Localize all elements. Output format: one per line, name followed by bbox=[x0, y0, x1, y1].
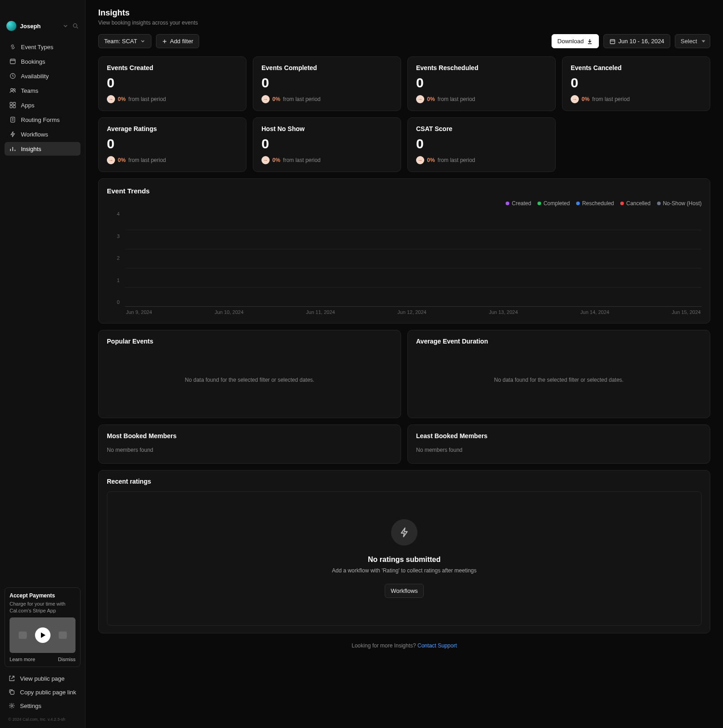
svg-point-0 bbox=[73, 24, 77, 27]
kpi-period: from last period bbox=[283, 157, 321, 163]
svg-rect-12 bbox=[610, 40, 615, 44]
kpi-average-ratings: Average Ratings 0 →0%from last period bbox=[98, 117, 246, 172]
kpi-label: Events Rescheduled bbox=[416, 64, 547, 71]
empty-subtitle: Add a workflow with 'Rating' to collect … bbox=[116, 567, 692, 574]
empty-message: No data found for the selected filter or… bbox=[107, 349, 392, 410]
nav-label: Event Types bbox=[21, 44, 53, 51]
legend-item: Completed bbox=[537, 200, 570, 207]
add-filter-button[interactable]: Add filter bbox=[156, 34, 199, 48]
clock-icon bbox=[9, 72, 16, 80]
user-name: Joseph bbox=[20, 23, 59, 30]
nav-routing-forms[interactable]: Routing Forms bbox=[5, 113, 80, 126]
kpi-row-2: Average Ratings 0 →0%from last period Ho… bbox=[98, 117, 710, 172]
promo-card: Accept Payments Charge for your time wit… bbox=[5, 587, 80, 667]
copyright: © 2024 Cal.com, Inc. v.4.2.3-sh bbox=[5, 715, 80, 723]
nav-apps[interactable]: Apps bbox=[5, 98, 80, 112]
zap-icon bbox=[9, 131, 16, 138]
nav-bookings[interactable]: Bookings bbox=[5, 55, 80, 68]
toolbar: Team: SCAT Add filter Download Jun 10 - … bbox=[98, 34, 710, 48]
user-switcher[interactable]: Joseph bbox=[5, 18, 80, 34]
arrow-right-icon: → bbox=[107, 95, 115, 103]
chevron-down-icon bbox=[140, 39, 146, 44]
calendar-icon bbox=[609, 38, 616, 45]
promo-text: Charge for your time with Cal.com's Stri… bbox=[10, 601, 75, 614]
chart-title: Event Trends bbox=[107, 187, 702, 195]
kpi-events-canceled: Events Canceled 0 →0%from last period bbox=[562, 56, 710, 111]
promo-dismiss[interactable]: Dismiss bbox=[58, 657, 76, 662]
external-icon bbox=[8, 675, 15, 682]
team-filter[interactable]: Team: SCAT bbox=[98, 34, 151, 48]
kpi-label: Host No Show bbox=[261, 125, 392, 132]
bar-chart-icon bbox=[9, 145, 16, 152]
nav-label: Copy public page link bbox=[20, 689, 76, 696]
kpi-label: CSAT Score bbox=[416, 125, 547, 132]
svg-rect-9 bbox=[11, 117, 15, 122]
least-booked-panel: Least Booked Members No members found bbox=[407, 425, 710, 464]
promo-learn-more[interactable]: Learn more bbox=[10, 657, 35, 662]
kpi-label: Events Created bbox=[107, 64, 238, 71]
nav-event-types[interactable]: Event Types bbox=[5, 40, 80, 54]
grid-icon bbox=[9, 101, 16, 109]
kpi-period: from last period bbox=[128, 96, 166, 102]
panel-title: Average Event Duration bbox=[416, 338, 702, 345]
panel-title: Least Booked Members bbox=[416, 432, 702, 440]
gear-icon bbox=[8, 702, 15, 709]
download-button[interactable]: Download bbox=[552, 34, 599, 48]
copy-icon bbox=[8, 688, 15, 696]
nav-insights[interactable]: Insights bbox=[5, 142, 80, 156]
arrow-right-icon: → bbox=[107, 156, 115, 164]
chevron-down-icon bbox=[62, 23, 69, 29]
svg-point-11 bbox=[11, 705, 13, 707]
panel-title: Recent ratings bbox=[107, 478, 702, 485]
legend-dot bbox=[620, 202, 624, 205]
secondary-nav: View public page Copy public page link S… bbox=[5, 672, 80, 713]
date-range-picker[interactable]: Jun 10 - 16, 2024 bbox=[603, 34, 670, 48]
svg-rect-8 bbox=[13, 106, 15, 108]
svg-point-4 bbox=[14, 89, 15, 91]
chart-y-axis: 4 3 2 1 0 bbox=[107, 211, 122, 305]
arrow-right-icon: → bbox=[261, 156, 270, 164]
nav-view-public[interactable]: View public page bbox=[5, 672, 80, 685]
legend-dot bbox=[576, 202, 580, 205]
clipboard-icon bbox=[9, 116, 16, 123]
kpi-value: 0 bbox=[261, 136, 392, 152]
kpi-label: Events Canceled bbox=[571, 64, 702, 71]
primary-nav: Event Types Bookings Availability Teams … bbox=[5, 39, 80, 157]
contact-support-link[interactable]: Contact Support bbox=[417, 642, 457, 649]
nav-label: Routing Forms bbox=[21, 116, 60, 123]
nav-copy-link[interactable]: Copy public page link bbox=[5, 685, 80, 699]
nav-workflows[interactable]: Workflows bbox=[5, 127, 80, 141]
promo-thumbnail[interactable] bbox=[10, 617, 75, 653]
kpi-pct: 0% bbox=[118, 157, 126, 163]
chart-x-axis: Jun 9, 2024 Jun 10, 2024 Jun 11, 2024 Ju… bbox=[125, 309, 702, 315]
legend-dot bbox=[537, 202, 541, 205]
main-content: Insights View booking insights across yo… bbox=[85, 0, 723, 728]
sidebar: Joseph Event Types Bookings Availability… bbox=[0, 0, 85, 728]
chart-legend: Created Completed Rescheduled Cancelled … bbox=[107, 200, 702, 207]
legend-item: Rescheduled bbox=[576, 200, 614, 207]
average-duration-panel: Average Event Duration No data found for… bbox=[407, 330, 710, 418]
kpi-value: 0 bbox=[107, 136, 238, 152]
svg-point-3 bbox=[11, 89, 13, 91]
nav-settings[interactable]: Settings bbox=[5, 699, 80, 713]
search-icon[interactable] bbox=[72, 23, 79, 29]
empty-message: No members found bbox=[107, 444, 392, 456]
team-filter-label: Team: SCAT bbox=[104, 38, 137, 45]
users-icon bbox=[9, 87, 16, 94]
kpi-pct: 0% bbox=[427, 157, 435, 163]
kpi-pct: 0% bbox=[427, 96, 435, 102]
workflows-button[interactable]: Workflows bbox=[385, 584, 424, 598]
nav-teams[interactable]: Teams bbox=[5, 84, 80, 97]
kpi-value: 0 bbox=[416, 136, 547, 152]
date-range-label: Jun 10 - 16, 2024 bbox=[618, 38, 664, 45]
empty-message: No members found bbox=[416, 444, 702, 456]
popular-events-panel: Popular Events No data found for the sel… bbox=[98, 330, 401, 418]
period-select[interactable]: Select bbox=[675, 34, 710, 48]
add-filter-label: Add filter bbox=[170, 38, 193, 45]
nav-availability[interactable]: Availability bbox=[5, 69, 80, 83]
promo-title: Accept Payments bbox=[10, 592, 75, 599]
promo-decor-left bbox=[19, 632, 27, 639]
kpi-label: Events Completed bbox=[261, 64, 392, 71]
kpi-pct: 0% bbox=[582, 96, 589, 102]
chart-plot-area bbox=[125, 211, 702, 307]
